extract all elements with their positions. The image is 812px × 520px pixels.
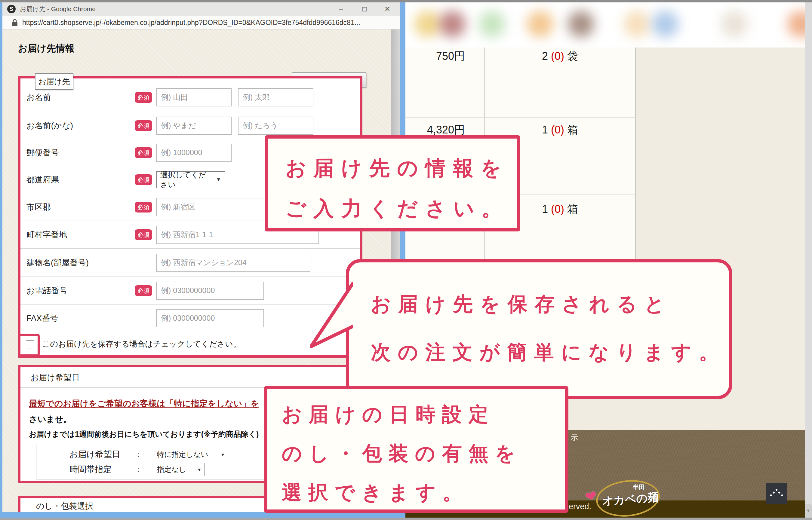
time-slot-row: 時間帯指定 : 指定なし ▼ — [70, 463, 205, 476]
scrollbar-down-arrow-icon[interactable]: ▼ — [805, 504, 812, 518]
shop-logo: ❤ 半田 オカベの麺 — [588, 480, 662, 518]
colon: : — [137, 465, 154, 474]
lead-time-note: お届けまでは1週間前後お日にちを頂いております(※予約商品除く) — [29, 429, 259, 439]
callout-line: お届け先の情報を — [285, 148, 517, 188]
building-name-input[interactable] — [156, 254, 310, 272]
notice-continuation: さいませ。 — [29, 414, 72, 425]
callout-save-address-benefit: お届け先を保存されると 次の注文が簡単になります。 — [346, 259, 732, 399]
save-address-checkbox[interactable] — [26, 340, 34, 348]
desired-date-row: お届け希望日 : 特に指定しない ▼ — [70, 448, 228, 461]
table-row-divider — [405, 117, 635, 118]
field-label: お名前 — [26, 92, 135, 103]
chevron-up-icon — [769, 489, 783, 502]
required-badge: 必須 — [135, 120, 152, 131]
form-row-phone: お電話番号 必須 — [21, 277, 360, 305]
colon: : — [137, 450, 154, 459]
field-label: FAX番号 — [26, 313, 135, 324]
select-value: 特に指定しない — [157, 450, 208, 459]
required-badge: 必須 — [135, 229, 152, 240]
callout-line: 次の注文が簡単になります。 — [371, 328, 729, 376]
minimize-button[interactable]: – — [333, 2, 350, 16]
site-favicon: S — [7, 5, 16, 13]
select-value: 選択してください — [160, 170, 212, 190]
page-title: お届け先情報 — [18, 42, 74, 55]
time-slot-select[interactable]: 指定なし ▼ — [154, 463, 205, 476]
scroll-to-top-button[interactable] — [766, 483, 787, 504]
desired-date-select[interactable]: 特に指定しない ▼ — [154, 448, 228, 461]
footer-link-fragment: 示 — [571, 433, 578, 442]
save-address-label: このお届け先を保存する場合はチェックしてください。 — [42, 339, 241, 349]
window-title: お届け先 - Google Chrome — [20, 2, 96, 16]
speech-bubble-tail — [310, 266, 353, 356]
form-row-building: 建物名(部屋番号) — [21, 249, 360, 277]
blurred-favicon — [624, 11, 650, 37]
field-label: 郵便番号 — [26, 147, 135, 158]
postal-code-input[interactable] — [156, 144, 232, 162]
last-name-kana-input[interactable] — [156, 116, 232, 135]
dropdown-arrow-icon: ▼ — [194, 467, 202, 472]
blurred-favicon — [568, 11, 594, 37]
maximize-button[interactable]: □ — [356, 2, 373, 16]
tab-delivery-address[interactable]: お届け先 — [35, 73, 73, 90]
blurred-favicon — [439, 11, 465, 37]
logo-subtext: 半田 — [633, 483, 645, 491]
dropdown-arrow-icon: ▼ — [217, 452, 225, 457]
form-row-save-address: このお届け先を保存する場合はチェックしてください。 — [21, 332, 360, 355]
required-badge: 必須 — [135, 174, 152, 185]
address-bar[interactable]: https://cart0.shopserve.jp/-/okabemen.co… — [2, 16, 400, 29]
field-label: お名前(かな) — [26, 120, 135, 131]
dropdown-arrow-icon: ▼ — [212, 177, 221, 183]
callout-line: ご入力ください。 — [285, 188, 517, 229]
city-input[interactable] — [156, 198, 265, 216]
last-name-input[interactable] — [156, 88, 232, 106]
section-title: お届け希望日 — [21, 367, 360, 388]
screen-edge-strip — [0, 0, 812, 2]
close-button[interactable]: ✕ — [379, 2, 396, 16]
field-label: 市区郡 — [26, 202, 135, 212]
table-cell-quantity: 2 (0) 袋 — [485, 49, 635, 64]
blurred-favicon — [652, 11, 679, 37]
first-name-kana-input[interactable] — [238, 116, 313, 135]
field-label: 町村字番地 — [26, 229, 135, 240]
fax-number-input[interactable] — [156, 309, 264, 327]
callout-line: お届けの日時設定 — [282, 395, 565, 434]
required-badge: 必須 — [135, 147, 152, 158]
browser-scrollbar[interactable]: ▼ — [805, 2, 812, 518]
callout-date-wrap-options: お届けの日時設定 のし・包装の有無を 選択できます。 — [264, 386, 568, 513]
shortest-delivery-notice: 最短でのお届けをご希望のお客様は「特に指定をしない」を — [29, 398, 259, 409]
field-label: 都道府県 — [26, 174, 135, 185]
screen-edge-strip — [0, 518, 812, 520]
popup-title-bar: S お届け先 - Google Chrome – □ ✕ — [2, 2, 400, 16]
lock-icon — [11, 19, 18, 27]
table-cell-price: 750円 — [405, 49, 465, 64]
required-badge: 必須 — [135, 92, 152, 103]
blurred-browser-tabs-strip — [405, 2, 812, 48]
required-badge: 必須 — [135, 285, 152, 296]
screenshot-stage: 750円 2 (0) 袋 4,320円 1 (0) 箱 1 (0) 箱 示 er… — [0, 0, 812, 520]
callout-line: 選択できます。 — [282, 473, 565, 512]
first-name-input[interactable] — [238, 88, 313, 106]
window-border — [0, 2, 2, 518]
callout-enter-address-info: お届け先の情報を ご入力ください。 — [265, 135, 520, 231]
callout-line: お届け先を保存されると — [371, 280, 729, 328]
select-value: 指定なし — [157, 465, 186, 474]
blurred-favicon — [527, 11, 553, 37]
blurred-favicon — [479, 11, 505, 37]
window-border — [0, 512, 405, 518]
phone-number-input[interactable] — [156, 282, 264, 300]
required-badge: 必須 — [135, 202, 152, 212]
field-label: 時間帯指定 — [70, 464, 137, 475]
blurred-favicon — [414, 11, 441, 37]
url-text: https://cart0.shopserve.jp/-/okabemen.co… — [22, 16, 395, 29]
blurred-favicon — [721, 11, 747, 37]
prefecture-select[interactable]: 選択してください ▼ — [156, 171, 225, 188]
section-title: のし・包装選択 — [36, 501, 93, 512]
callout-line: のし・包装の有無を — [282, 434, 565, 473]
form-row-fax: FAX番号 — [21, 305, 360, 332]
field-label: お電話番号 — [26, 285, 135, 296]
field-label: 建物名(部屋番号) — [26, 257, 135, 268]
field-label: お届け希望日 — [70, 449, 137, 460]
